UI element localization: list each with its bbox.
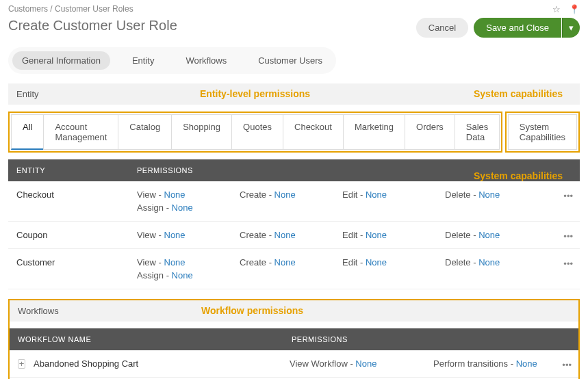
tab-customer-users[interactable]: Customer Users (248, 51, 332, 70)
perm-tab-shopping[interactable]: Shopping (171, 114, 232, 150)
perm-tab-catalog[interactable]: Catalog (118, 114, 172, 150)
perm-assign[interactable]: Assign - None (137, 270, 233, 280)
annotation-entity-level: Entity-level permissions (200, 88, 310, 99)
entity-row: Checkout View - None Create - None Edit … (8, 181, 580, 222)
perm-tab-all[interactable]: All (11, 114, 44, 150)
cancel-button[interactable]: Cancel (416, 18, 468, 38)
entity-name: Customer (16, 257, 137, 267)
row-actions-icon[interactable]: ••• (562, 360, 572, 370)
perm-delete[interactable]: Delete - None (445, 190, 534, 200)
entity-name: Checkout (16, 190, 137, 200)
annotation-system-caps-2: System capabilities (474, 170, 563, 181)
perm-view[interactable]: View - None (137, 257, 233, 267)
perm-create[interactable]: Create - None (240, 257, 335, 267)
perm-tab-system-capabilities[interactable]: System Capabilities (508, 114, 577, 150)
perm-tab-sales-data[interactable]: Sales Data (455, 114, 500, 150)
perm-edit[interactable]: Edit - None (342, 230, 438, 240)
tab-general-information[interactable]: General Information (12, 51, 110, 70)
tab-entity[interactable]: Entity (123, 51, 164, 70)
save-dropdown-button[interactable]: ▾ (562, 18, 580, 38)
annotation-workflow: Workflow permissions (201, 305, 303, 316)
expand-icon[interactable]: + (18, 359, 25, 369)
entity-row: Coupon View - None Create - None Edit - … (8, 222, 580, 249)
save-and-close-button[interactable]: Save and Close (474, 18, 561, 38)
page-title: Create Customer User Role (8, 18, 177, 34)
breadcrumb[interactable]: Customers / Customer User Roles (8, 4, 133, 14)
row-actions-icon[interactable]: ••• (563, 191, 573, 201)
row-actions-icon[interactable]: ••• (563, 259, 573, 269)
workflow-table-header: Workflow Name Permissions (10, 328, 578, 350)
workflow-row: + Abandoned Shopping Cart View Workflow … (10, 350, 578, 378)
main-tabs: General Information Entity Workflows Cus… (8, 47, 336, 74)
perm-view[interactable]: View - None (137, 230, 233, 240)
perm-edit[interactable]: Edit - None (342, 190, 438, 200)
perm-delete[interactable]: Delete - None (445, 257, 534, 267)
row-actions-icon[interactable]: ••• (563, 231, 573, 241)
perm-create[interactable]: Create - None (240, 230, 335, 240)
perm-view-workflow[interactable]: View Workflow - None (290, 358, 426, 369)
workflow-name: Abandoned Shopping Cart (34, 358, 290, 369)
entity-row: Customer View - None Create - None Edit … (8, 249, 580, 289)
tab-workflows[interactable]: Workflows (176, 51, 236, 70)
star-icon[interactable]: ☆ (552, 4, 561, 14)
perm-assign[interactable]: Assign - None (137, 202, 233, 213)
entity-name: Coupon (16, 230, 137, 240)
perm-tab-checkout[interactable]: Checkout (283, 114, 344, 150)
perm-tab-quotes[interactable]: Quotes (231, 114, 283, 150)
annotation-system-caps: System capabilities (474, 88, 563, 99)
pin-icon[interactable]: 📍 (569, 4, 580, 14)
perm-view[interactable]: View - None (137, 190, 233, 200)
perm-tab-orders[interactable]: Orders (405, 114, 455, 150)
perm-delete[interactable]: Delete - None (445, 230, 534, 240)
perm-tab-account-management[interactable]: Account Management (43, 114, 118, 150)
perm-tab-marketing[interactable]: Marketing (343, 114, 405, 150)
perm-edit[interactable]: Edit - None (342, 257, 438, 267)
perm-create[interactable]: Create - None (240, 190, 335, 200)
perm-transition[interactable]: Perform transitions - None (433, 358, 570, 369)
